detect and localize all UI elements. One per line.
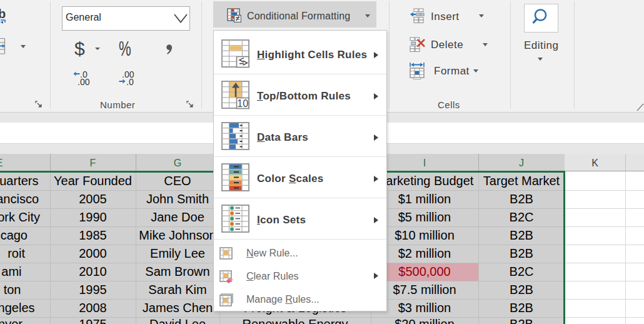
svg-text:10: 10 [237,98,248,109]
